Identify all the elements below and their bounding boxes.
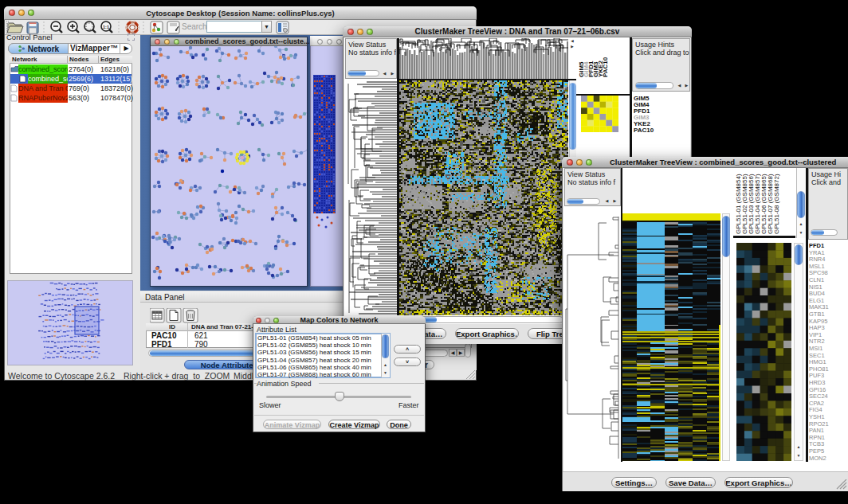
svg-text:1:1: 1:1 — [103, 25, 109, 29]
